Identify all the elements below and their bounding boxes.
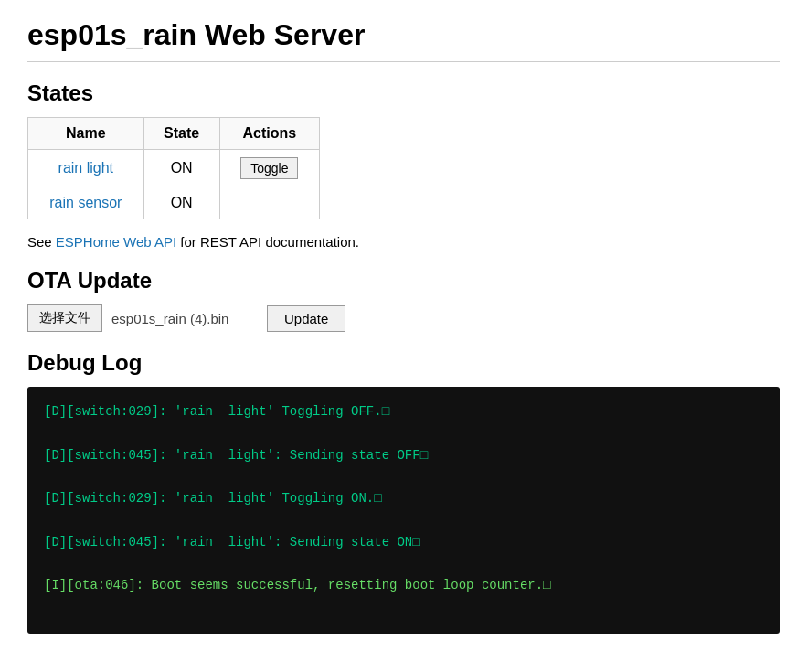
api-note-prefix: See bbox=[27, 234, 56, 250]
col-header-name: Name bbox=[28, 118, 144, 150]
row-actions-cell bbox=[219, 187, 319, 219]
table-row: rain lightONToggle bbox=[28, 150, 320, 187]
row-state-cell: ON bbox=[143, 150, 219, 187]
ota-heading: OTA Update bbox=[27, 268, 780, 293]
toggle-button[interactable]: Toggle bbox=[240, 157, 298, 179]
row-state-cell: ON bbox=[143, 187, 219, 219]
debug-log: [D][switch:029]: 'rain light' Toggling O… bbox=[27, 387, 780, 634]
log-line: [D][switch:045]: 'rain light': Sending s… bbox=[44, 445, 763, 467]
selected-file-name: esp01s_rain (4).bin bbox=[111, 311, 258, 326]
col-header-state: State bbox=[143, 118, 219, 150]
row-actions-cell[interactable]: Toggle bbox=[219, 150, 319, 187]
debug-section: Debug Log [D][switch:029]: 'rain light' … bbox=[27, 350, 780, 634]
api-note: See ESPHome Web API for REST API documen… bbox=[27, 234, 780, 250]
ota-row: 选择文件 esp01s_rain (4).bin Update bbox=[27, 304, 780, 332]
col-header-actions: Actions bbox=[219, 118, 319, 150]
row-name-cell: rain light bbox=[28, 150, 144, 187]
table-header-row: Name State Actions bbox=[28, 118, 320, 150]
ota-section: OTA Update 选择文件 esp01s_rain (4).bin Upda… bbox=[27, 268, 780, 332]
states-section: States Name State Actions rain lightONTo… bbox=[27, 80, 780, 219]
log-line: [D][switch:029]: 'rain light' Toggling O… bbox=[44, 488, 763, 510]
choose-file-button[interactable]: 选择文件 bbox=[27, 304, 102, 332]
table-row: rain sensorON bbox=[28, 187, 320, 219]
row-name-cell: rain sensor bbox=[28, 187, 144, 219]
debug-heading: Debug Log bbox=[27, 350, 780, 376]
api-note-link[interactable]: ESPHome Web API bbox=[56, 234, 176, 250]
states-table: Name State Actions rain lightONTogglerai… bbox=[27, 117, 320, 219]
api-note-suffix: for REST API documentation. bbox=[176, 234, 359, 250]
log-line: [D][switch:045]: 'rain light': Sending s… bbox=[44, 532, 763, 554]
page-title: esp01s_rain Web Server bbox=[27, 18, 780, 62]
log-line: [I][ota:046]: Boot seems successful, res… bbox=[44, 575, 763, 597]
update-button[interactable]: Update bbox=[267, 305, 345, 332]
log-line: [D][switch:029]: 'rain light' Toggling O… bbox=[44, 401, 763, 423]
states-heading: States bbox=[27, 80, 780, 106]
